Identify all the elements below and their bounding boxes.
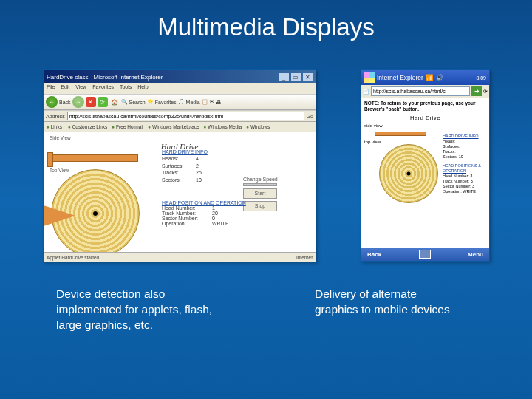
mobile-footer: Back Menu — [361, 248, 489, 261]
caption-row: Device detection also implemented for ap… — [56, 287, 488, 333]
surfaces-value: 2 — [196, 163, 199, 169]
menu-view[interactable]: View — [75, 84, 86, 89]
speed-slider[interactable] — [243, 183, 277, 186]
tracks-value: 25 — [196, 169, 202, 176]
track-num-value: 20 — [212, 211, 218, 216]
stop-button[interactable]: ✕ — [86, 97, 96, 107]
minimize-button[interactable]: _ — [279, 73, 289, 81]
media-icon[interactable]: 🎵 — [178, 99, 185, 105]
top-view-label: Top View — [50, 168, 69, 173]
caption-left: Device detection also implemented for ap… — [56, 287, 226, 333]
ie-menubar: File Edit View Favorites Tools Help — [44, 83, 316, 94]
maximize-button[interactable]: ▭ — [291, 73, 301, 81]
heads-label: Heads: — [162, 155, 193, 162]
sector-num-label: Sector Number: — [162, 216, 209, 221]
address-input[interactable] — [67, 112, 304, 120]
tracks-label: Tracks: — [162, 169, 193, 176]
links-label: Links — [47, 124, 62, 129]
close-button[interactable]: ✕ — [303, 73, 313, 81]
menu-tools[interactable]: Tools — [120, 84, 132, 89]
link-item[interactable]: Windows — [246, 124, 270, 129]
change-speed-label: Change Speed — [243, 177, 278, 182]
ie-links-bar: Links Customize Links Free Hotmail Windo… — [44, 122, 316, 132]
drive-info-block: HARD DRIVE INFO Heads:4 Surfaces:2 Track… — [162, 149, 208, 183]
search-icon[interactable]: 🔍 — [121, 99, 128, 105]
status-left: Applet HardDrive started — [47, 255, 99, 260]
mobile-sectors: Sectors: 10 — [443, 154, 489, 160]
history-icon[interactable]: 📋 — [202, 99, 208, 105]
keyboard-icon[interactable] — [419, 250, 431, 259]
mobile-sector-num: Sector Number: 3 — [443, 184, 489, 189]
heads-value: 4 — [196, 155, 199, 162]
mobile-menu-button[interactable]: Menu — [468, 251, 483, 258]
link-item[interactable]: Windows Media — [204, 124, 242, 129]
back-button[interactable]: ← — [46, 96, 58, 108]
mobile-track-num: Track Number: 3 — [443, 179, 489, 184]
home-button[interactable]: 🏠 — [109, 97, 120, 107]
hp-title: HEAD POSITION AND OPERATION — [162, 200, 246, 205]
mobile-address-input[interactable] — [371, 86, 470, 96]
link-item[interactable]: Windows Marketplace — [148, 124, 199, 129]
surfaces-label: Surfaces: — [162, 163, 193, 169]
window-controls: _ ▭ ✕ — [279, 73, 313, 81]
drive-arm-graphic — [50, 154, 138, 162]
print-icon[interactable]: 🖶 — [216, 100, 221, 105]
mobile-applet-title: Hard Drive — [364, 115, 486, 121]
menu-help[interactable]: Help — [137, 84, 148, 89]
start-button[interactable]: Start — [243, 188, 277, 199]
ie-toolbar: ← Back → ✕ ⟳ 🏠 🔍 Search ⭐ Favorites 🎵 Me… — [44, 94, 316, 110]
speed-control: Change Speed Start Stop — [243, 177, 278, 211]
mobile-back-button[interactable]: Back — [367, 251, 381, 258]
back-label: Back — [59, 100, 71, 105]
volume-icon: 🔊 — [436, 74, 444, 81]
right-column: Internet Explorer 📶 🔊 8:09 📄 ➜ ⟳ NOTE: T… — [361, 69, 490, 262]
mobile-content-area: NOTE: To return to your previous page, u… — [361, 98, 489, 249]
address-label: Address — [46, 114, 65, 119]
clock: 8:09 — [476, 75, 486, 81]
mobile-arm-graphic — [375, 132, 426, 136]
menu-edit[interactable]: Edit — [61, 84, 69, 89]
mobile-note: NOTE: To return to your previous page, u… — [364, 100, 486, 112]
mobile-title: Internet Explorer — [377, 74, 423, 81]
ie-content-area: Side View Hard Drive HARD DRIVE INFO Hea… — [44, 132, 316, 252]
forward-button[interactable]: → — [72, 96, 84, 108]
mail-icon[interactable]: ✉ — [210, 99, 214, 105]
head-num-label: Head Number: — [162, 205, 209, 211]
caption-right: Delivery of alternate graphics to mobile… — [315, 287, 463, 333]
mobile-browser-window: Internet Explorer 📶 🔊 8:09 📄 ➜ ⟳ NOTE: T… — [361, 69, 490, 262]
sector-num-value: 0 — [212, 216, 215, 221]
mobile-refresh-button[interactable]: ⟳ — [483, 89, 488, 95]
stop-button[interactable]: Stop — [243, 201, 277, 211]
go-button[interactable]: Go — [307, 114, 313, 119]
mobile-heads: Heads: — [443, 139, 489, 144]
operation-value: WRITE — [212, 221, 229, 226]
mobile-top-view-label: top view — [364, 140, 381, 144]
search-label: Search — [129, 100, 146, 105]
ie-browser-window: HardDrive class - Microsoft Internet Exp… — [43, 69, 316, 262]
operation-label: Operation: — [162, 221, 209, 226]
menu-favorites[interactable]: Favorites — [92, 84, 114, 89]
link-item[interactable]: Customize Links — [68, 124, 107, 129]
mobile-info-block: HARD DRIVE INFO Heads: Surfaces: Tracks:… — [443, 134, 489, 194]
link-item[interactable]: Free Hotmail — [112, 124, 143, 129]
head-num-value: 1 — [212, 205, 215, 211]
left-column: HardDrive class - Microsoft Internet Exp… — [43, 69, 316, 262]
ie-titlebar: HardDrive class - Microsoft Internet Exp… — [44, 70, 316, 83]
sectors-label: Sectors: — [162, 177, 193, 183]
slide-title: Multimedia Displays — [0, 13, 532, 41]
mobile-address-bar: 📄 ➜ ⟳ — [361, 85, 489, 98]
favorites-icon[interactable]: ⭐ — [147, 99, 154, 105]
refresh-button[interactable]: ⟳ — [98, 97, 108, 107]
menu-file[interactable]: File — [47, 84, 55, 89]
mobile-head-num: Head Number: 3 — [443, 174, 489, 179]
page-icon: 📄 — [363, 89, 369, 95]
mobile-hp-title: HEAD POSITIONS & OPERATION — [443, 163, 489, 174]
mobile-tracks: Tracks: — [443, 149, 489, 154]
ie-status-bar: Applet HardDrive started Internet — [44, 252, 316, 262]
info-title: HARD DRIVE INFO — [162, 149, 208, 155]
mobile-operation: Operation: WRITE — [443, 189, 489, 194]
mobile-go-button[interactable]: ➜ — [471, 86, 482, 96]
windows-flag-icon[interactable] — [364, 72, 375, 83]
mobile-surfaces: Surfaces: — [443, 144, 489, 149]
status-right: Internet — [296, 255, 313, 260]
